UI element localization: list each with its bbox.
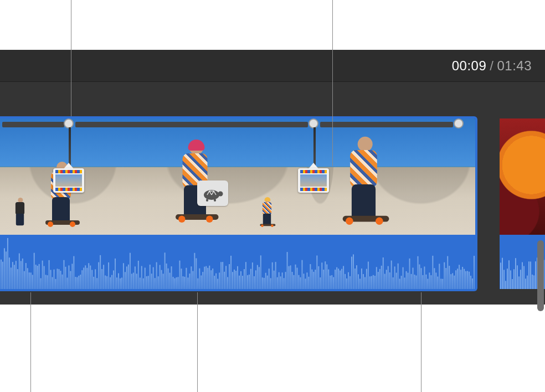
callout-line [71, 0, 71, 116]
svg-rect-184 [295, 265, 296, 289]
svg-rect-190 [305, 278, 306, 289]
svg-rect-175 [280, 276, 281, 289]
svg-rect-250 [404, 277, 405, 289]
svg-rect-208 [335, 270, 336, 289]
svg-rect-54 [80, 275, 81, 289]
svg-rect-100 [156, 262, 157, 289]
svg-rect-193 [310, 264, 311, 289]
svg-rect-298 [507, 269, 508, 289]
svg-rect-84 [130, 253, 131, 289]
svg-rect-137 [217, 279, 218, 289]
svg-rect-196 [315, 270, 316, 289]
clip-thumbnail [336, 118, 477, 235]
svg-rect-150 [239, 276, 240, 289]
svg-rect-55 [81, 270, 83, 289]
svg-rect-160 [255, 270, 256, 289]
svg-rect-205 [330, 276, 331, 289]
svg-rect-57 [85, 265, 86, 289]
svg-rect-92 [143, 278, 144, 289]
svg-rect-33 [45, 275, 47, 289]
svg-rect-159 [254, 276, 255, 289]
svg-rect-187 [300, 277, 301, 289]
svg-rect-206 [331, 275, 332, 289]
svg-rect-124 [196, 258, 197, 289]
speed-badge-slow[interactable] [197, 180, 228, 206]
svg-rect-11 [9, 257, 10, 289]
svg-rect-173 [277, 277, 278, 289]
scrollbar-thumb[interactable] [537, 240, 544, 311]
svg-rect-39 [55, 279, 56, 289]
svg-rect-26 [34, 253, 35, 289]
turtle-icon [202, 184, 224, 203]
svg-rect-117 [184, 277, 185, 289]
speed-handle[interactable] [64, 118, 74, 128]
svg-rect-85 [131, 274, 132, 289]
svg-rect-256 [414, 275, 415, 289]
svg-rect-65 [98, 262, 99, 289]
svg-rect-68 [103, 265, 104, 289]
svg-rect-23 [29, 272, 30, 289]
svg-rect-287 [465, 271, 466, 289]
svg-rect-308 [523, 266, 525, 289]
svg-rect-106 [166, 264, 167, 289]
svg-rect-103 [161, 270, 162, 289]
svg-rect-288 [467, 271, 468, 289]
svg-rect-229 [369, 276, 371, 289]
svg-rect-267 [432, 256, 433, 289]
svg-rect-312 [530, 261, 531, 289]
svg-rect-249 [403, 267, 404, 289]
svg-rect-209 [336, 267, 337, 289]
svg-rect-291 [472, 278, 473, 289]
clip-audio-track[interactable] [0, 235, 477, 291]
svg-rect-153 [244, 269, 245, 289]
clip-selected[interactable] [0, 116, 482, 291]
clip-thumbnail [500, 118, 545, 235]
speed-handle[interactable] [309, 118, 318, 128]
svg-rect-27 [35, 265, 37, 289]
svg-rect-289 [469, 272, 470, 289]
svg-rect-13 [12, 262, 13, 289]
svg-rect-212 [341, 269, 342, 289]
svg-rect-88 [136, 274, 137, 289]
svg-rect-216 [348, 272, 349, 289]
clip-video-track[interactable] [0, 116, 477, 237]
svg-rect-252 [408, 273, 409, 289]
svg-rect-37 [52, 277, 53, 289]
svg-rect-86 [133, 273, 134, 289]
svg-rect-255 [413, 267, 414, 289]
svg-rect-231 [373, 275, 374, 289]
svg-rect-42 [60, 271, 61, 289]
range-marker[interactable] [298, 168, 329, 193]
svg-rect-254 [411, 274, 412, 289]
svg-rect-8 [4, 248, 5, 289]
svg-rect-292 [474, 256, 475, 289]
range-marker[interactable] [53, 168, 84, 193]
svg-rect-9 [6, 251, 7, 289]
svg-rect-132 [209, 266, 210, 289]
svg-rect-313 [532, 275, 533, 289]
vertical-scrollbar[interactable] [537, 235, 544, 318]
svg-rect-138 [219, 272, 220, 289]
svg-rect-170 [272, 262, 273, 289]
svg-rect-157 [250, 269, 251, 289]
timeline[interactable] [0, 116, 545, 293]
svg-rect-314 [533, 275, 534, 289]
svg-rect-152 [242, 276, 243, 289]
timecode-display: 00:09 / 01:43 [0, 50, 545, 82]
svg-rect-260 [420, 268, 421, 289]
svg-rect-177 [284, 278, 285, 289]
svg-rect-29 [39, 264, 40, 289]
svg-rect-111 [174, 278, 176, 289]
svg-rect-61 [91, 270, 92, 289]
svg-rect-146 [232, 272, 233, 289]
svg-rect-44 [63, 260, 64, 289]
speed-handle[interactable] [454, 118, 464, 128]
svg-rect-115 [181, 269, 182, 289]
svg-rect-21 [25, 263, 27, 289]
svg-rect-264 [427, 279, 428, 289]
svg-rect-76 [116, 277, 117, 289]
svg-rect-273 [442, 279, 443, 289]
svg-rect-49 [71, 264, 73, 289]
svg-rect-281 [455, 270, 456, 289]
svg-rect-248 [401, 276, 402, 289]
